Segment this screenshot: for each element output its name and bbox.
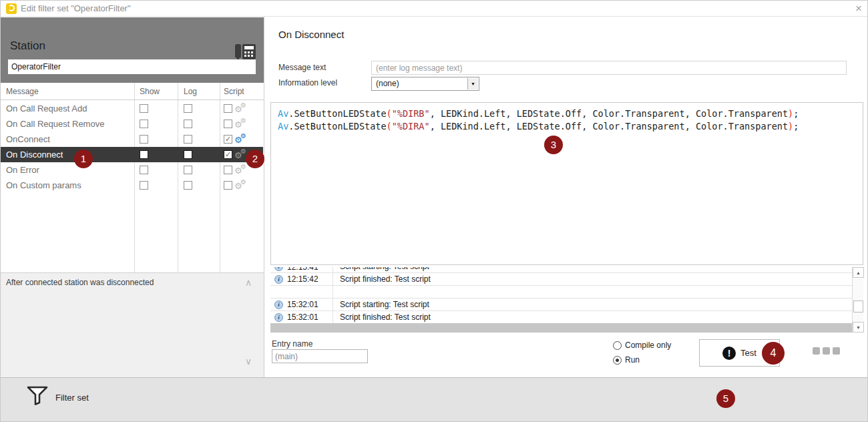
annotation-badge-4: 4 [762,342,785,365]
code-token: "%DIRA" [392,121,430,132]
chevron-up-icon[interactable]: ∧ [245,277,252,288]
show-checkbox[interactable] [140,135,148,144]
run-radio[interactable]: Run [613,355,640,365]
message-text-label: Message text [278,63,326,72]
station-heading: Station [10,39,45,53]
table-row[interactable]: On Disconnect✓⚙⚙ [1,147,263,162]
annotation-badge-1: 1 [74,150,93,168]
log-rows: i12:15:41Script starting: Test scripti12… [270,267,852,324]
close-icon[interactable]: × [851,1,866,16]
log-message: Script finished: Test script [333,311,852,324]
chevron-down-icon[interactable]: ∨ [245,356,252,367]
info-icon: i [274,300,283,309]
log-row[interactable]: i15:32:01Script starting: Test script [270,298,852,311]
script-gear-icon[interactable]: ⚙⚙ [234,133,247,146]
log-row[interactable]: i15:32:01Script finished: Test script [270,311,852,324]
scrollbar-thumb[interactable] [853,300,863,312]
table-row[interactable]: On Error⚙⚙ [1,162,263,178]
radio-icon[interactable] [613,341,622,350]
script-checkbox[interactable] [224,104,232,113]
log-row[interactable]: i12:15:42Script finished: Test script [270,273,852,286]
compile-only-radio[interactable]: Compile only [613,341,671,350]
log-checkbox[interactable] [184,120,192,128]
log-row-content: i12:15:42Script finished: Test script [270,273,852,286]
log-checkbox[interactable] [184,181,192,190]
table-row[interactable]: On Call Request Add⚙⚙ [1,101,263,116]
code-token: ) [788,121,793,132]
script-log-panel: i12:15:41Script starting: Test scripti12… [270,267,863,333]
table-row[interactable]: OnConnect✓⚙⚙ [1,132,263,147]
script-gear-icon[interactable]: ⚙⚙ [234,102,247,115]
code-token: "%DIRB" [392,108,430,119]
log-checkbox[interactable] [184,166,192,174]
edit-filter-set-dialog: Edit filter set "OperatorFilter" × Stati… [0,0,868,422]
annotation-badge-3: 3 [544,136,563,154]
test-button-label: Test [740,348,756,358]
table-row[interactable]: On Custom params⚙⚙ [1,178,263,193]
script-checkbox[interactable] [224,166,232,174]
code-line: Av.SetButtonLEDState("%DIRB", LEDKind.Le… [278,108,856,120]
horizontal-scrollbar[interactable] [270,323,852,333]
message-text-input[interactable] [371,61,847,75]
exclamation-icon: ! [722,347,736,360]
gear-glyph: ⚙ [240,163,246,170]
column-header-show: Show [140,83,160,100]
script-checkbox[interactable] [224,120,232,128]
radio-label: Run [625,355,640,365]
gear-glyph: ⚙ [240,101,246,109]
show-checkbox[interactable] [140,166,148,174]
column-header-script: Script [224,83,244,100]
detail-heading: On Disconnect [278,29,344,40]
annotation-badge-2: 2 [246,150,264,168]
script-gear-icon[interactable]: ⚙⚙ [234,118,247,130]
message-description: After connected station was disconnected [6,278,154,287]
code-token: .SetButtonLEDState [288,121,386,132]
code-token: , LEDKind.Left, LEDState.Off, Color.Tran… [430,121,788,132]
show-checkbox[interactable] [140,120,148,128]
footer-bar: Filter set ✔ OK Cancel [1,377,868,422]
message-table-header: Message Show Log Script [1,83,263,100]
message-table-body: On Call Request Add⚙⚙On Call Request Rem… [1,101,263,193]
show-checkbox[interactable] [140,181,148,190]
show-checkbox[interactable] [140,150,148,159]
log-message: Script finished: Test script [333,273,852,286]
radio-label: Compile only [625,341,671,350]
table-row[interactable]: On Call Request Remove⚙⚙ [1,116,263,132]
annotation-badge-5: 5 [716,389,735,408]
information-level-select[interactable]: (none) ▼ [371,77,479,91]
code-token: ; [793,121,799,132]
log-checkbox[interactable] [184,104,192,113]
code-token: Av [278,121,288,132]
code-token: ) [788,108,793,119]
script-gear-icon[interactable]: ⚙⚙ [234,164,247,176]
log-checkbox[interactable] [184,135,192,144]
caption-input[interactable] [8,59,256,74]
vertical-scrollbar[interactable]: ▲ ▼ [852,267,863,333]
message-row-label: On Error [6,162,39,178]
column-header-log: Log [184,83,197,100]
window-title: Edit filter set "OperatorFilter" [21,1,131,17]
app-icon [6,3,17,14]
script-gear-icon[interactable]: ⚙⚙ [234,179,247,192]
radio-icon[interactable] [613,356,622,365]
entry-name-input[interactable] [272,349,368,363]
show-checkbox[interactable] [140,104,148,113]
info-icon: i [274,267,283,271]
log-checkbox[interactable] [184,150,192,159]
gear-glyph: ⚙ [240,117,246,124]
scroll-up-icon[interactable]: ▲ [853,267,864,278]
log-row[interactable]: i [270,286,852,298]
info-icon: i [274,313,283,322]
scroll-down-icon[interactable]: ▼ [853,322,864,333]
script-checkbox[interactable]: ✓ [224,135,232,144]
message-row-label: On Call Request Remove [6,116,104,132]
gear-glyph: ⚙ [240,132,246,140]
log-message: Script starting: Test script [333,298,852,311]
script-checkbox[interactable] [224,181,232,190]
message-row-label: On Custom params [6,178,81,193]
combo-dropdown-icon[interactable]: ▼ [467,78,478,89]
message-description-panel: After connected station was disconnected… [1,272,264,377]
log-timestamp: 15:32:01 [283,300,333,309]
script-checkbox[interactable]: ✓ [224,150,232,159]
script-code-editor[interactable]: Av.SetButtonLEDState("%DIRB", LEDKind.Le… [270,102,863,265]
